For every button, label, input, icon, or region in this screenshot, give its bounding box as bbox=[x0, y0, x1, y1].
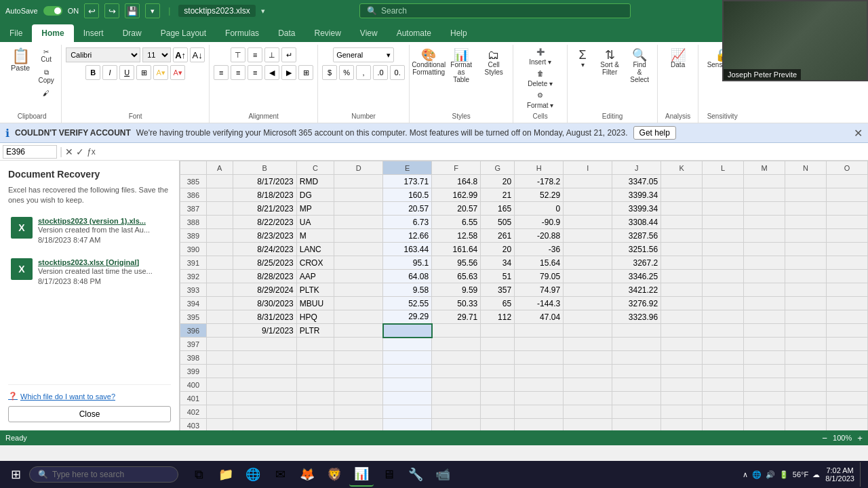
cell[interactable] bbox=[432, 405, 481, 419]
cell[interactable]: 64.08 bbox=[383, 270, 432, 283]
border-button[interactable]: ⊞ bbox=[136, 65, 151, 80]
cell[interactable]: 15.64 bbox=[515, 256, 564, 270]
cell[interactable] bbox=[564, 351, 612, 365]
cell[interactable]: 95.1 bbox=[383, 256, 432, 270]
cell[interactable] bbox=[515, 378, 564, 392]
cell[interactable]: 12.66 bbox=[383, 229, 432, 243]
cell[interactable] bbox=[661, 270, 703, 283]
cell[interactable] bbox=[515, 324, 564, 338]
cell[interactable]: DG bbox=[296, 188, 334, 202]
cell[interactable]: 3267.2 bbox=[612, 256, 661, 270]
col-header-d[interactable]: D bbox=[334, 161, 383, 175]
font-increase-button[interactable]: A↑ bbox=[173, 47, 188, 62]
col-header-i[interactable]: I bbox=[564, 161, 612, 175]
app-7[interactable]: 🖥 bbox=[376, 462, 401, 487]
cell[interactable]: -90.9 bbox=[515, 216, 564, 229]
cell[interactable] bbox=[703, 365, 744, 378]
tab-draw[interactable]: Draw bbox=[113, 24, 151, 42]
decimal-decrease-button[interactable]: 0. bbox=[390, 65, 405, 80]
get-help-button[interactable]: Get help bbox=[633, 126, 676, 140]
cell[interactable]: 165 bbox=[481, 202, 515, 216]
cell[interactable] bbox=[296, 378, 334, 392]
cell[interactable] bbox=[564, 419, 612, 431]
cell[interactable]: 8/23/2023 bbox=[233, 229, 296, 243]
clock[interactable]: 7:02 AM 8/1/2023 bbox=[825, 466, 854, 483]
tab-home[interactable]: Home bbox=[32, 24, 73, 42]
cell[interactable] bbox=[744, 188, 785, 202]
cell[interactable] bbox=[744, 365, 785, 378]
cell[interactable] bbox=[296, 419, 334, 431]
bold-button[interactable]: B bbox=[85, 65, 100, 80]
italic-button[interactable]: I bbox=[102, 65, 117, 80]
cell[interactable] bbox=[564, 310, 612, 324]
format-painter-button[interactable]: 🖌 bbox=[35, 87, 57, 99]
align-top-button[interactable]: ⊤ bbox=[231, 47, 245, 62]
cell[interactable]: 505 bbox=[481, 216, 515, 229]
cell[interactable] bbox=[612, 324, 661, 338]
cell[interactable] bbox=[564, 324, 612, 338]
font-decrease-button[interactable]: A↓ bbox=[190, 47, 205, 62]
cell[interactable]: 3346.25 bbox=[612, 270, 661, 283]
cell[interactable] bbox=[515, 392, 564, 405]
cell[interactable] bbox=[826, 365, 867, 378]
cell[interactable]: 9.59 bbox=[432, 283, 481, 297]
align-right-button[interactable]: ≡ bbox=[248, 65, 262, 80]
cell[interactable] bbox=[206, 216, 233, 229]
cell[interactable] bbox=[564, 392, 612, 405]
cell[interactable] bbox=[744, 405, 785, 419]
cell[interactable] bbox=[703, 243, 744, 256]
cell[interactable]: 162.99 bbox=[432, 188, 481, 202]
cell[interactable]: 3276.92 bbox=[612, 297, 661, 310]
cell[interactable] bbox=[233, 392, 296, 405]
cell[interactable] bbox=[515, 365, 564, 378]
zoom-app[interactable]: 📹 bbox=[431, 462, 455, 487]
cell[interactable] bbox=[334, 338, 383, 351]
cell[interactable]: CROX bbox=[296, 256, 334, 270]
cell[interactable] bbox=[564, 405, 612, 419]
custom-quick-access[interactable]: ▾ bbox=[145, 3, 160, 18]
sum-button[interactable]: Σ ▾ bbox=[572, 46, 593, 86]
cell[interactable]: PLTK bbox=[296, 283, 334, 297]
network-icon[interactable]: 🌐 bbox=[752, 470, 762, 479]
cell[interactable]: 51 bbox=[481, 270, 515, 283]
cell[interactable] bbox=[785, 256, 827, 270]
cell[interactable] bbox=[661, 419, 703, 431]
cell[interactable] bbox=[206, 338, 233, 351]
font-family-select[interactable]: Calibri bbox=[66, 47, 140, 62]
cell[interactable] bbox=[661, 256, 703, 270]
excel-app[interactable]: 📊 bbox=[349, 462, 374, 487]
cell[interactable] bbox=[334, 188, 383, 202]
col-header-j[interactable]: J bbox=[612, 161, 661, 175]
cell[interactable] bbox=[564, 175, 612, 188]
cell[interactable]: 160.5 bbox=[383, 188, 432, 202]
cloud-icon[interactable]: ☁ bbox=[812, 470, 820, 479]
brave-app[interactable]: 🦁 bbox=[322, 462, 347, 487]
cell[interactable]: 3399.34 bbox=[612, 202, 661, 216]
cell[interactable] bbox=[661, 297, 703, 310]
cell[interactable]: 29.71 bbox=[432, 310, 481, 324]
cell[interactable] bbox=[334, 270, 383, 283]
currency-button[interactable]: $ bbox=[322, 65, 337, 80]
cell[interactable] bbox=[334, 378, 383, 392]
search-input[interactable] bbox=[381, 6, 623, 16]
align-middle-button[interactable]: ≡ bbox=[248, 47, 262, 62]
cell[interactable] bbox=[206, 378, 233, 392]
underline-button[interactable]: U bbox=[119, 65, 134, 80]
col-header-a[interactable]: A bbox=[206, 161, 233, 175]
cell[interactable] bbox=[744, 202, 785, 216]
align-center-button[interactable]: ≡ bbox=[231, 65, 245, 80]
cell[interactable]: 3399.34 bbox=[612, 188, 661, 202]
cell[interactable] bbox=[481, 405, 515, 419]
redo-button[interactable]: ↪ bbox=[104, 3, 119, 18]
cell[interactable] bbox=[334, 256, 383, 270]
cell[interactable] bbox=[785, 229, 827, 243]
show-desktop-button[interactable] bbox=[860, 462, 863, 487]
cell[interactable] bbox=[661, 365, 703, 378]
tab-review[interactable]: Review bbox=[304, 24, 350, 42]
cell[interactable] bbox=[661, 283, 703, 297]
cell[interactable]: LANC bbox=[296, 243, 334, 256]
cell[interactable] bbox=[206, 351, 233, 365]
cell[interactable] bbox=[612, 392, 661, 405]
col-header-g[interactable]: G bbox=[481, 161, 515, 175]
tab-data[interactable]: Data bbox=[269, 24, 304, 42]
